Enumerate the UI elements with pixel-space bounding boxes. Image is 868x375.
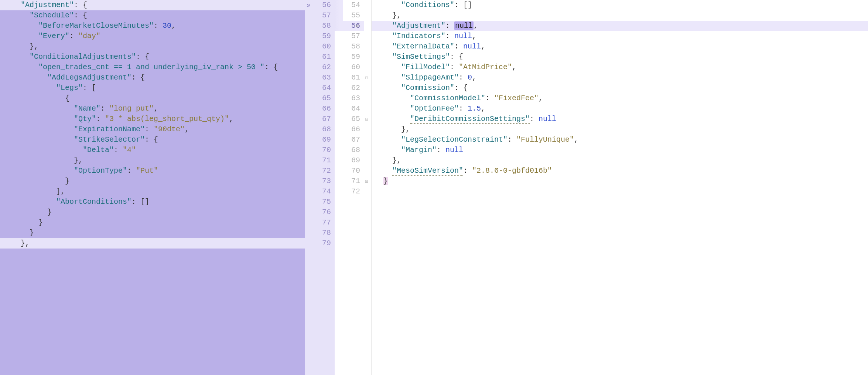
line-number[interactable]: 76 <box>305 207 335 217</box>
code-line[interactable]: } <box>0 217 305 228</box>
line-number[interactable]: 75 <box>305 197 335 207</box>
line-number[interactable]: 67 <box>343 135 364 145</box>
line-number[interactable]: 74 <box>305 186 335 197</box>
fold-marker-icon[interactable]: ⊟ <box>365 116 368 122</box>
line-number[interactable]: 56 <box>343 21 364 31</box>
line-number[interactable]: 62 <box>343 83 364 93</box>
line-number[interactable]: 58 <box>305 21 335 31</box>
line-number[interactable]: 65 <box>305 93 335 104</box>
line-number[interactable]: 59 <box>343 52 364 62</box>
code-line[interactable]: "Margin": null <box>372 145 868 155</box>
code-line[interactable]: "CommissionModel": "FixedFee", <box>372 93 868 104</box>
code-line[interactable]: "OptionType": "Put" <box>0 166 305 176</box>
line-number[interactable]: 61 <box>305 52 335 62</box>
diff-connector-strip <box>335 0 343 375</box>
right-line-gutter[interactable]: « 54555657585960616263646566676869707172 <box>343 0 364 375</box>
line-number[interactable]: 71 <box>343 176 364 186</box>
line-number[interactable]: 78 <box>305 228 335 238</box>
fold-marker-icon[interactable]: ⊟ <box>365 178 368 185</box>
code-line[interactable]: "Commission": { <box>372 83 868 93</box>
line-number[interactable]: 72 <box>305 166 335 176</box>
code-line[interactable]: "Adjustment": { <box>0 0 305 10</box>
code-line[interactable]: "Adjustment": null, <box>372 21 868 31</box>
code-line[interactable]: "Indicators": null, <box>372 31 868 41</box>
diff-view: "Adjustment": { "Schedule": { "BeforeMar… <box>0 0 868 375</box>
line-number[interactable]: 69 <box>305 135 335 145</box>
line-number[interactable]: 65 <box>343 114 364 124</box>
line-number[interactable]: 77 <box>305 217 335 228</box>
code-line[interactable]: "StrikeSelector": { <box>0 135 305 145</box>
code-line[interactable]: }, <box>372 124 868 135</box>
left-line-gutter[interactable]: » 56575859606162636465666768697071727374… <box>305 0 335 375</box>
fold-column[interactable]: ⊟⊟⊟ <box>364 0 372 375</box>
code-line[interactable]: } <box>0 228 305 238</box>
right-code-pane[interactable]: "Conditions": [] }, "Adjustment": null, … <box>372 0 868 375</box>
code-line[interactable]: }, <box>372 155 868 166</box>
code-line[interactable]: "Schedule": { <box>0 10 305 21</box>
line-number[interactable]: 60 <box>343 62 364 72</box>
line-number[interactable]: 70 <box>305 145 335 155</box>
line-number[interactable]: 57 <box>305 10 335 21</box>
line-number[interactable]: 63 <box>305 72 335 83</box>
line-number[interactable]: 64 <box>305 83 335 93</box>
code-line[interactable]: "ExternalData": null, <box>372 41 868 52</box>
code-line[interactable]: }, <box>0 155 305 166</box>
line-number[interactable]: 55 <box>343 10 364 21</box>
code-line[interactable]: { <box>0 93 305 104</box>
line-number[interactable]: 62 <box>305 62 335 72</box>
line-number[interactable]: 70 <box>343 166 364 176</box>
code-line[interactable]: "open_trades_cnt == 1 and underlying_iv_… <box>0 62 305 72</box>
code-line[interactable]: }, <box>372 10 868 21</box>
line-number[interactable]: 58 <box>343 41 364 52</box>
code-line[interactable]: "LegSelectionConstraint": "FullyUnique", <box>372 135 868 145</box>
code-line[interactable]: }, <box>0 238 305 249</box>
line-number[interactable]: 66 <box>305 104 335 114</box>
code-line[interactable]: "SlippageAmt": 0, <box>372 72 868 83</box>
line-number[interactable]: 67 <box>305 114 335 124</box>
code-line[interactable]: }, <box>0 41 305 52</box>
expand-right-icon[interactable]: « <box>355 22 359 30</box>
line-number[interactable]: 66 <box>343 124 364 135</box>
line-number[interactable]: 63 <box>343 93 364 104</box>
code-line[interactable]: "Conditions": [] <box>372 0 868 10</box>
line-number[interactable]: 71 <box>305 155 335 166</box>
code-line[interactable]: "Qty": "3 * abs(leg_short_put_qty)", <box>0 114 305 124</box>
line-number[interactable]: 57 <box>343 31 364 41</box>
line-number[interactable]: 72 <box>343 186 364 197</box>
line-number[interactable]: 54 <box>343 0 364 10</box>
code-line[interactable]: "AddLegsAdjustment": { <box>0 72 305 83</box>
code-line[interactable]: } <box>0 176 305 186</box>
line-number[interactable]: 60 <box>305 41 335 52</box>
code-line[interactable]: "Legs": [ <box>0 83 305 93</box>
fold-marker-icon[interactable]: ⊟ <box>365 75 368 81</box>
line-number[interactable]: 61 <box>343 72 364 83</box>
expand-left-icon[interactable]: » <box>307 1 311 9</box>
code-line[interactable]: "AbortConditions": [] <box>0 197 305 207</box>
code-line[interactable]: "MesoSimVersion": "2.8.6-0-gbfd016b" <box>372 166 868 176</box>
code-line[interactable]: "Name": "long_put", <box>0 104 305 114</box>
code-line[interactable]: "FillModel": "AtMidPrice", <box>372 62 868 72</box>
code-line[interactable]: "OptionFee": 1.5, <box>372 104 868 114</box>
line-number[interactable]: 79 <box>305 238 335 249</box>
code-line[interactable]: "SimSettings": { <box>372 52 868 62</box>
line-number[interactable]: 73 <box>305 176 335 186</box>
code-line[interactable]: } <box>372 176 868 186</box>
code-line[interactable]: "ConditionalAdjustments": { <box>0 52 305 62</box>
code-line[interactable] <box>372 186 868 197</box>
line-number[interactable]: 59 <box>305 31 335 41</box>
code-line[interactable]: "Every": "day" <box>0 31 305 41</box>
code-line[interactable]: "DeribitCommissionSettings": null <box>372 114 868 124</box>
left-code-pane[interactable]: "Adjustment": { "Schedule": { "BeforeMar… <box>0 0 305 375</box>
code-line[interactable]: } <box>0 207 305 217</box>
line-number[interactable]: 68 <box>305 124 335 135</box>
line-number[interactable]: 64 <box>343 104 364 114</box>
code-line[interactable]: "ExpirationName": "90dte", <box>0 124 305 135</box>
line-number[interactable]: 69 <box>343 155 364 166</box>
code-line[interactable]: "BeforeMarketCloseMinutes": 30, <box>0 21 305 31</box>
diff-connector <box>335 0 343 31</box>
line-number[interactable]: 68 <box>343 145 364 155</box>
code-line[interactable]: "Delta": "4" <box>0 145 305 155</box>
code-line[interactable]: ], <box>0 186 305 197</box>
